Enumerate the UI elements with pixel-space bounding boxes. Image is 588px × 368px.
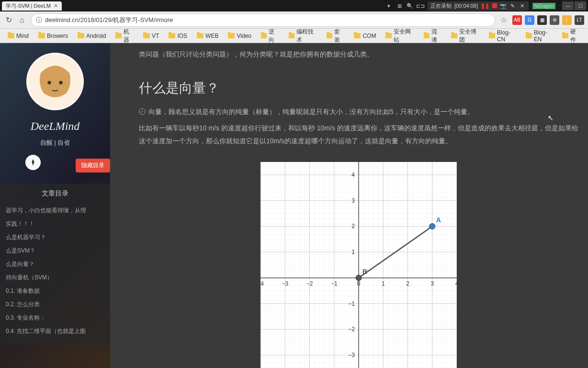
camera-icon[interactable]: 📷: [500, 2, 507, 9]
bookmark-item[interactable]: 逆向: [257, 26, 283, 46]
crop-icon[interactable]: ⊏⊐: [417, 2, 424, 9]
url-input[interactable]: ⓘ deelmind.cn/2018/01/29/机器学习-SVM/#more: [31, 13, 495, 27]
toc-item[interactable]: 么是机器学习？: [4, 230, 106, 244]
bookmark-item[interactable]: Blog-EN: [522, 28, 556, 44]
sidebar: DeeLMind 自醒 | 自省 隐藏目录 文章目录 器学习，小白也能看得懂，从…: [0, 43, 110, 368]
moon-icon[interactable]: ☾: [562, 15, 572, 25]
maximize-button[interactable]: ☐: [575, 1, 586, 10]
recording-status: 正在录制 [00:04:08] ❚❚ 📷 ✎ ✕: [428, 1, 529, 11]
bookmark-item[interactable]: WEB: [193, 31, 222, 41]
folder-icon: [385, 33, 391, 38]
svg-point-121: [430, 223, 435, 229]
toc-item[interactable]: 0.4. 先找二维平面（也就是上图: [4, 324, 106, 338]
search-icon[interactable]: 🔍: [407, 2, 413, 9]
bookmark-item[interactable]: VT: [139, 31, 163, 41]
toc-item[interactable]: 0.3. 专业名称：: [4, 311, 106, 324]
bookmark-item[interactable]: 安全博团: [447, 26, 483, 46]
svg-text:−3: −3: [282, 280, 288, 287]
svg-text:B: B: [362, 267, 367, 275]
close-icon[interactable]: ✕: [54, 3, 58, 9]
home-icon[interactable]: ⌂: [17, 15, 27, 25]
bookmark-item[interactable]: Browers: [34, 31, 72, 41]
download-icon[interactable]: ▾: [385, 2, 392, 9]
check-icon: ✓: [139, 108, 146, 115]
bookmark-item[interactable]: Blog-CN: [485, 28, 520, 44]
svg-text:4: 4: [455, 280, 457, 287]
heading-vector: 什么是向量？: [139, 75, 578, 101]
recording-label: 正在录制: [430, 2, 452, 10]
bookmark-item[interactable]: 混淆: [420, 26, 446, 46]
svg-text:3: 3: [430, 280, 434, 287]
toc-item[interactable]: 0.1. 准备数据: [4, 284, 106, 298]
bookmark-item[interactable]: 套装: [323, 26, 349, 46]
toc-item[interactable]: 持向量机（SVM）: [4, 271, 106, 284]
svg-text:−3: −3: [348, 352, 355, 358]
adblock-icon[interactable]: AB: [512, 15, 522, 25]
article-content: 类问题（我们只讨论分类问题），何为分类呢？就是把你拥有的数据分成几类。 什么是向…: [110, 43, 588, 368]
folder-icon: [143, 33, 150, 38]
svg-text:−2: −2: [306, 280, 313, 287]
translate-icon[interactable]: G: [525, 15, 534, 25]
avatar[interactable]: [26, 53, 84, 110]
svg-text:−4: −4: [260, 280, 264, 287]
svg-text:0: 0: [357, 280, 361, 287]
vector-graph: −4−3−2−101234−3−2−11234AB: [260, 162, 457, 368]
toc-item[interactable]: 么是向量？: [4, 257, 106, 271]
folder-icon: [424, 33, 430, 38]
pause-icon[interactable]: ❚❚: [481, 3, 489, 9]
bookmark-item[interactable]: 机器: [112, 26, 137, 46]
lt-icon[interactable]: LT: [575, 15, 584, 25]
bookmarks-bar: MindBrowersAndroid机器VTIOSWEBVideo逆向编程技术套…: [0, 29, 588, 43]
hide-toc-button[interactable]: 隐藏目录: [76, 159, 110, 172]
folder-icon: [197, 33, 204, 38]
reload-icon[interactable]: ↻: [4, 15, 13, 25]
intro-paragraph: 类问题（我们只讨论分类问题），何为分类呢？就是把你拥有的数据分成几类。: [139, 48, 578, 61]
folder-icon: [78, 33, 84, 38]
pencil-icon[interactable]: ✎: [509, 2, 516, 9]
svg-point-123: [356, 275, 362, 280]
bookmark-item[interactable]: 编程技术: [285, 26, 321, 46]
toc-item[interactable]: 么是SVM？: [4, 244, 106, 257]
browser-tab[interactable]: 学习-SVM | DeeLM ✕: [2, 1, 62, 11]
subtitle-line: ✓ 向量，顾名思义就是有方向的纯量（标量），纯量呢就是只有大小，没有方向比如5，…: [139, 105, 578, 118]
extension-icons: AB G ▦ ⚙ ☾ LT: [512, 15, 584, 25]
star-icon[interactable]: ☆: [499, 15, 509, 25]
toc-item[interactable]: 0.2. 怎么分类: [4, 298, 106, 311]
folder-icon: [289, 33, 294, 38]
svg-text:−1: −1: [331, 280, 338, 287]
close-recording-icon[interactable]: ✕: [519, 2, 526, 9]
ext-icon-1[interactable]: ▦: [537, 15, 547, 25]
stop-icon[interactable]: [492, 3, 497, 8]
bookmark-item[interactable]: 硬件: [558, 26, 584, 46]
svg-point-1: [47, 81, 51, 84]
bookmark-item[interactable]: 安全网站: [382, 26, 418, 46]
grid-icon[interactable]: ⊞: [396, 2, 403, 9]
folder-icon: [489, 33, 495, 38]
pen-icon[interactable]: [25, 155, 41, 170]
toc-item[interactable]: 实践！！！: [4, 217, 106, 230]
svg-point-2: [59, 81, 62, 84]
window-titlebar: 学习-SVM | DeeLM ✕ ▾ ⊞ 🔍 ⊏⊐ 正在录制 [00:04:08…: [0, 0, 588, 12]
bookmark-item[interactable]: Mind: [4, 31, 33, 41]
ext-icon-2[interactable]: ⚙: [550, 15, 559, 25]
svg-text:4: 4: [351, 171, 355, 178]
svg-text:2: 2: [351, 223, 355, 230]
site-title: DeeLMind: [0, 120, 110, 133]
folder-icon: [562, 33, 568, 38]
bookmark-item[interactable]: Video: [224, 31, 255, 41]
folder-icon: [228, 33, 235, 38]
bookmark-item[interactable]: IOS: [165, 31, 191, 41]
bookmark-item[interactable]: COM: [350, 31, 380, 41]
paragraph-1: 比如有一辆车以每秒10 m/s 的速度超你行驶过来，和以每秒 10m/s 的速度…: [139, 122, 578, 147]
toc-item[interactable]: 器学习，小白也能看得懂，从理: [4, 204, 106, 217]
folder-icon: [354, 33, 361, 38]
subtitle-text: 向量，顾名思义就是有方向的纯量（标量），纯量呢就是只有大小，没有方向比如5，只有…: [148, 105, 474, 118]
svg-text:−1: −1: [348, 300, 355, 307]
folder-icon: [526, 33, 531, 38]
svg-text:1: 1: [351, 249, 355, 255]
bookmark-item[interactable]: Android: [74, 31, 110, 41]
svg-text:−2: −2: [348, 326, 355, 333]
folder-icon: [38, 33, 45, 38]
user-label: NDragon: [532, 3, 555, 9]
minimize-button[interactable]: —: [562, 1, 574, 10]
